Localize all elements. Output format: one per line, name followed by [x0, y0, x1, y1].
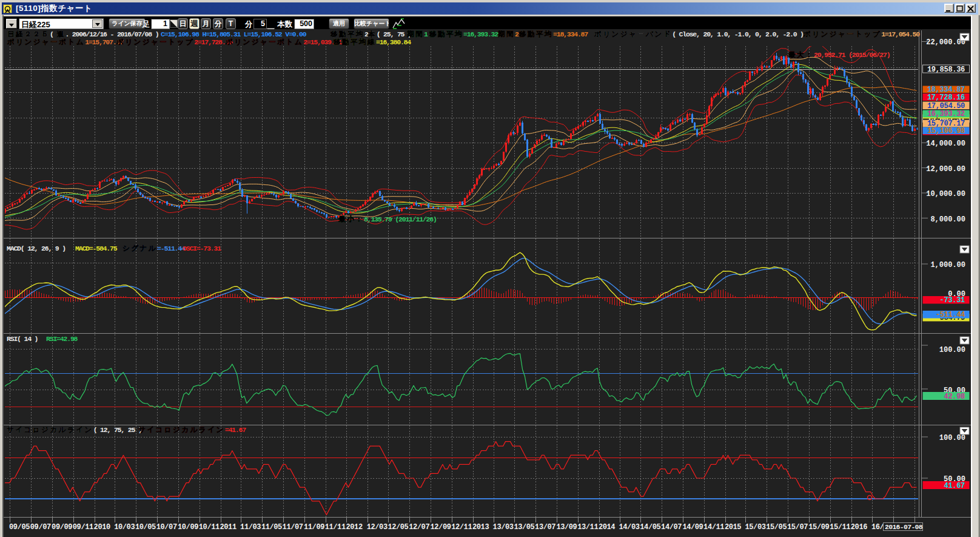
svg-text:2015: 2015	[725, 523, 741, 532]
svg-text:2014: 2014	[599, 523, 615, 532]
svg-text:11/03: 11/03	[240, 523, 261, 532]
svg-text:OSCI=-73.31: OSCI=-73.31	[183, 245, 221, 252]
svg-text:移動平均2本( 25, 75 ): 移動平均2本( 25, 75 )	[330, 30, 411, 38]
svg-text:2013: 2013	[472, 523, 489, 532]
svg-text:10/09: 10/09	[178, 523, 198, 532]
svg-text:MACD( 12, 26, 9 ): MACD( 12, 26, 9 )	[7, 245, 65, 252]
svg-text:MACD=-584.75: MACD=-584.75	[75, 245, 118, 252]
svg-text:14/11: 14/11	[703, 523, 724, 532]
svg-text:移動平均=16,393.32: 移動平均=16,393.32	[429, 30, 498, 38]
svg-text:サイコロジカルライン( 12, 75, 25 ): サイコロジカルライン( 12, 75, 25 )	[7, 426, 142, 434]
svg-text:最大：20,952.71 (2015/06/27): 最大：20,952.71 (2015/06/27)	[788, 51, 890, 59]
svg-text:13/03: 13/03	[493, 523, 514, 532]
svg-text:09/09: 09/09	[52, 523, 72, 532]
svg-text:期間1: 期間1	[407, 30, 428, 38]
svg-text:ボリンジャートップ1=17,054.50: ボリンジャートップ1=17,054.50	[803, 30, 920, 38]
svg-text:期間2: 期間2	[498, 30, 519, 38]
svg-text:14/09: 14/09	[682, 523, 703, 532]
svg-text:ボリンジャーボトム2=15,039.51: ボリンジャーボトム2=15,039.51	[225, 38, 342, 46]
svg-text:12/07: 12/07	[409, 523, 429, 532]
svg-text:最小：8,135.79 (2011/11/26): 最小：8,135.79 (2011/11/26)	[338, 215, 437, 223]
svg-text:14,000.00: 14,000.00	[926, 140, 965, 148]
svg-text:15/11: 15/11	[830, 523, 850, 532]
svg-text:移動平均線=16,380.84: 移動平均線=16,380.84	[333, 38, 411, 46]
svg-text:100.00: 100.00	[939, 346, 965, 354]
svg-text:ボリンジャーボトム1=15,707.17: ボリンジャーボトム1=15,707.17	[7, 38, 124, 46]
svg-text:13/07: 13/07	[535, 523, 555, 532]
svg-text:日経２２５( 週. 2006/12/16 - 2016/07: 日経２２５( 週. 2006/12/16 - 2016/07/08 )	[7, 30, 158, 38]
svg-text:11/09: 11/09	[304, 523, 324, 532]
svg-text:11/07: 11/07	[283, 523, 303, 532]
svg-text:RSI=42.98: RSI=42.98	[46, 335, 78, 343]
svg-text:17,054.50: 17,054.50	[927, 102, 965, 110]
svg-text:2012: 2012	[346, 523, 363, 532]
svg-text:42.98: 42.98	[944, 393, 965, 401]
svg-text:-511.44: -511.44	[936, 311, 965, 319]
svg-text:2016-07-08: 2016-07-08	[885, 523, 923, 531]
svg-text:8,000.00: 8,000.00	[930, 215, 965, 224]
svg-text:12/11: 12/11	[451, 523, 472, 532]
svg-text:ボリンジャートップ2=17,728.16: ボリンジャートップ2=17,728.16	[116, 38, 233, 46]
svg-text:15/07: 15/07	[787, 523, 808, 532]
svg-text:2010: 2010	[94, 523, 110, 532]
svg-text:19,858.36: 19,858.36	[927, 66, 965, 74]
svg-text:移動平均=18,334.87: 移動平均=18,334.87	[519, 30, 588, 38]
svg-text:09/11: 09/11	[73, 523, 93, 532]
svg-text:13/09: 13/09	[556, 523, 577, 532]
svg-text:100.00: 100.00	[939, 434, 965, 442]
svg-text:15,106.98: 15,106.98	[927, 127, 965, 135]
svg-text:シグナル=-511.44: シグナル=-511.44	[122, 245, 186, 252]
svg-text:22,000.00: 22,000.00	[926, 38, 965, 47]
svg-text:09/05: 09/05	[9, 523, 30, 532]
svg-text:12,000.00: 12,000.00	[926, 165, 965, 174]
svg-text:1,000.00: 1,000.00	[930, 261, 965, 269]
svg-text:C=15,106.98 H=15,805.31 L=15,1: C=15,106.98 H=15,805.31 L=15,106.52 V=0.…	[161, 30, 307, 38]
svg-text:41.67: 41.67	[944, 482, 965, 490]
svg-text:2011: 2011	[220, 523, 237, 532]
svg-text:12/05: 12/05	[388, 523, 408, 532]
svg-text:ボリンジャーバンド( Close, 20, 1.0, -1.: ボリンジャーバンド( Close, 20, 1.0, -1.0, 0, 2.0,…	[594, 30, 804, 38]
svg-text:13/11: 13/11	[577, 523, 598, 532]
svg-text:10,000.00: 10,000.00	[926, 190, 965, 198]
svg-text:09/07: 09/07	[30, 523, 51, 532]
svg-text:2016: 2016	[851, 523, 867, 532]
svg-text:10/03: 10/03	[114, 523, 135, 532]
svg-text:15/05: 15/05	[766, 523, 787, 532]
svg-text:12/09: 12/09	[431, 523, 451, 532]
svg-text:サイコロジカルライン=41.67: サイコロジカルライン=41.67	[138, 426, 246, 434]
svg-text:RSI( 14 ): RSI( 14 )	[7, 335, 38, 343]
svg-text:10/07: 10/07	[156, 523, 177, 532]
svg-text:14/05: 14/05	[640, 523, 660, 532]
svg-text:14/07: 14/07	[661, 523, 682, 532]
svg-text:18,334.87: 18,334.87	[927, 86, 965, 94]
svg-text:13/05: 13/05	[514, 523, 534, 532]
svg-text:12/03: 12/03	[367, 523, 388, 532]
svg-text:16,393.32: 16,393.32	[927, 110, 965, 118]
svg-text:15/09: 15/09	[808, 523, 829, 532]
svg-text:11/11: 11/11	[325, 523, 346, 532]
svg-text:10/05: 10/05	[135, 523, 156, 532]
svg-text:14/03: 14/03	[619, 523, 640, 532]
svg-text:-73.31: -73.31	[940, 296, 965, 305]
svg-text:10/11: 10/11	[199, 523, 220, 532]
svg-text:15/03: 15/03	[745, 523, 766, 532]
svg-text:11/05: 11/05	[261, 523, 282, 532]
svg-text:17,728.16: 17,728.16	[927, 93, 965, 102]
